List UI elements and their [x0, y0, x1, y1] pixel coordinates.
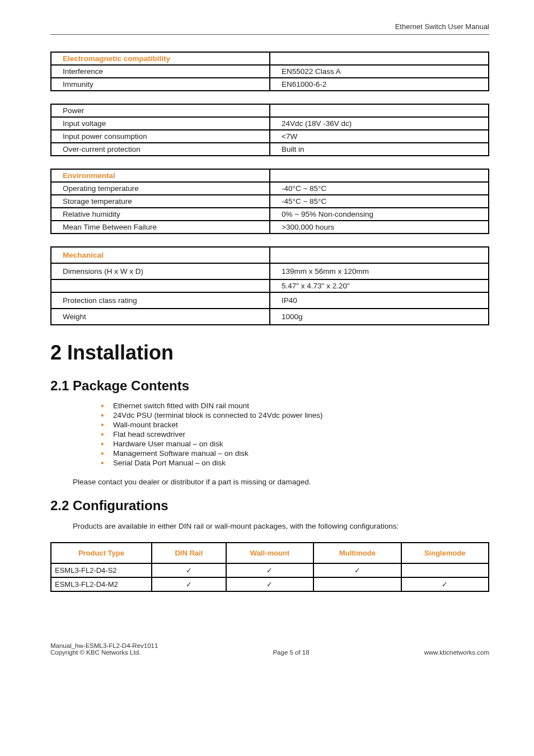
header-rule [50, 34, 489, 35]
list-item: Flat head screwdriver [101, 430, 489, 438]
check-icon: ✓ [152, 563, 226, 577]
check-icon: ✓ [152, 577, 226, 591]
env-heading: Environmental [63, 171, 115, 180]
power-row-label: Input power consumption [51, 130, 270, 143]
package-note: Please contact you dealer or distributor… [73, 477, 489, 488]
col-wall-mount: Wall-mount [226, 543, 313, 563]
check-icon: ✓ [401, 577, 489, 591]
env-row-label: Operating temperature [51, 182, 270, 195]
page-footer: Manual_hw-ESML3-FL2-D4-Rev1011 Copyright… [50, 642, 489, 656]
mech-table: Mechanical Dimensions (H x W x D)139mm x… [50, 246, 489, 325]
env-row-val: 0% ~ 95% Non-condensing [270, 208, 489, 221]
page-header-title: Ethernet Switch User Manual [50, 22, 489, 34]
power-row-val: 24Vdc (18V -36V dc) [270, 117, 489, 130]
env-row-val: -45°C ~ 85°C [270, 195, 489, 208]
list-item: 24Vdc PSU (terminal block is connected t… [101, 411, 489, 419]
env-table: Environmental Operating temperature-40°C… [50, 169, 489, 234]
col-singlemode: Singlemode [401, 543, 489, 563]
mech-heading-val [270, 247, 489, 263]
emc-row-label: Immunity [51, 78, 270, 91]
emc-row-val: EN55022 Class A [270, 65, 489, 78]
package-contents-heading: 2.1 Package Contents [50, 378, 489, 394]
power-row-label: Input voltage [51, 117, 270, 130]
power-heading: Power [51, 104, 270, 117]
mech-row-val: IP40 [270, 292, 489, 309]
configurations-intro: Products are available in either DIN rai… [73, 521, 489, 532]
emc-row-label: Interference [51, 65, 270, 78]
env-heading-val [270, 169, 489, 182]
mech-row-val: 139mm x 56mm x 120mm [270, 263, 489, 279]
check-icon: ✓ [313, 563, 401, 577]
env-row-label: Relative humidity [51, 208, 270, 221]
list-item: Serial Data Port Manual – on disk [101, 459, 489, 467]
power-table: Power Input voltage24Vdc (18V -36V dc) I… [50, 104, 489, 156]
mech-row-label: Protection class rating [51, 292, 270, 309]
power-row-label: Over-current protection [51, 143, 270, 156]
env-row-label: Mean Time Between Failure [51, 221, 270, 234]
list-item: Hardware User manual – on disk [101, 440, 489, 448]
products-table: Product Type DIN Rail Wall-mount Multimo… [50, 542, 489, 592]
emc-heading-val [270, 52, 489, 65]
product-name: ESML3-FL2-D4-M2 [51, 577, 152, 591]
mech-row-val: 1000g [270, 309, 489, 325]
col-product-type: Product Type [51, 543, 152, 563]
env-row-val: >300,000 hours [270, 221, 489, 234]
check-icon [401, 563, 489, 577]
list-item: Wall-mount bracket [101, 421, 489, 429]
package-contents-list: Ethernet switch fitted with DIN rail mou… [101, 402, 489, 467]
power-heading-val [270, 104, 489, 117]
power-row-val: <7W [270, 130, 489, 143]
footer-manual-id: Manual_hw-ESML3-FL2-D4-Rev1011 [50, 642, 158, 649]
env-row-label: Storage temperature [51, 195, 270, 208]
footer-page-number: Page 5 of 18 [158, 649, 424, 656]
col-din-rail: DIN Rail [152, 543, 226, 563]
emc-row-val: EN61000-6-2 [270, 78, 489, 91]
check-icon [313, 577, 401, 591]
mech-heading: Mechanical [63, 251, 104, 259]
installation-heading: 2 Installation [50, 341, 489, 365]
check-icon: ✓ [226, 577, 313, 591]
list-item: Ethernet switch fitted with DIN rail mou… [101, 402, 489, 410]
footer-url: www.kbcnetworks.com [424, 649, 489, 656]
emc-table: Electromagnetic compatibility Interferen… [50, 52, 489, 91]
env-row-val: -40°C ~ 85°C [270, 182, 489, 195]
list-item: Management Software manual – on disk [101, 449, 489, 458]
power-row-val: Built in [270, 143, 489, 156]
check-icon: ✓ [226, 563, 313, 577]
emc-heading: Electromagnetic compatibility [63, 54, 170, 63]
mech-row-label: Dimensions (H x W x D) [51, 263, 270, 279]
mech-row-label: Weight [51, 309, 270, 325]
footer-copyright: Copyright © KBC Networks Ltd. [50, 649, 158, 656]
product-name: ESML3-FL2-D4-S2 [51, 563, 152, 577]
mech-row-val: 5.47" x 4.73" x 2.20" [270, 279, 489, 292]
configurations-heading: 2.2 Configurations [50, 498, 489, 514]
mech-row-label [51, 279, 270, 292]
col-multimode: Multimode [313, 543, 401, 563]
